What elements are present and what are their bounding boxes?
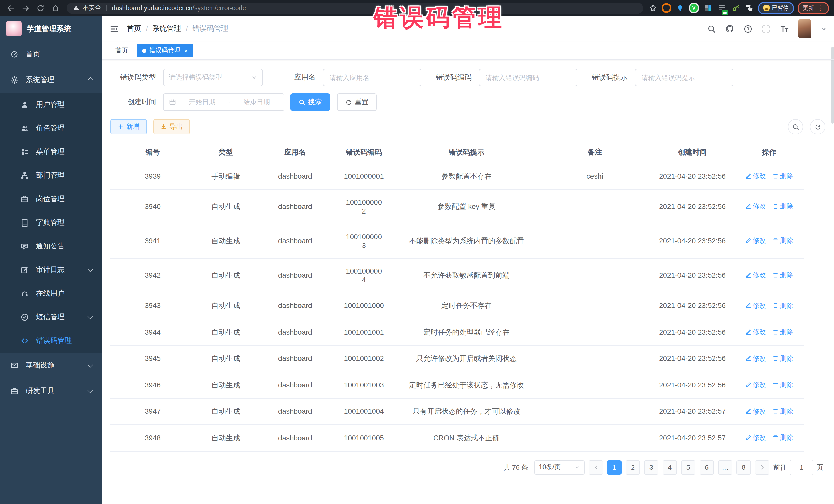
- error-hint-input[interactable]: [635, 69, 733, 86]
- delete-link[interactable]: 删除: [772, 301, 793, 310]
- page-button-6[interactable]: 6: [700, 460, 714, 475]
- browser-back-icon[interactable]: [5, 2, 17, 14]
- edit-link[interactable]: 修改: [745, 301, 766, 310]
- sidebar-item-user[interactable]: 用户管理: [0, 93, 102, 116]
- sidebar-item-infrastructure[interactable]: 基础设施: [0, 353, 102, 378]
- breadcrumb-system[interactable]: 系统管理: [152, 24, 181, 34]
- edit-link[interactable]: 修改: [745, 202, 766, 211]
- page-button-3[interactable]: 3: [644, 460, 658, 475]
- header-search-icon[interactable]: [707, 24, 716, 33]
- edit-link[interactable]: 修改: [745, 433, 766, 442]
- edit-link[interactable]: 修改: [745, 354, 766, 363]
- cell-memo: [539, 425, 651, 451]
- page-button-2[interactable]: 2: [626, 460, 640, 475]
- cell-type: 自动生成: [195, 292, 257, 319]
- scrollbar[interactable]: [831, 16, 834, 504]
- delete-link[interactable]: 删除: [772, 202, 793, 211]
- extension-grid-icon[interactable]: [703, 3, 713, 13]
- edit-link[interactable]: 修改: [745, 171, 766, 180]
- delete-link[interactable]: 删除: [772, 407, 793, 415]
- address-bar[interactable]: 不安全 dashboard.yudao.iocoder.cn/system/er…: [67, 2, 643, 14]
- sidebar-item-dev-tools[interactable]: 研发工具: [0, 378, 102, 404]
- sidebar-item-error-code[interactable]: 错误码管理: [0, 329, 102, 353]
- browser-reload-icon[interactable]: [35, 2, 46, 14]
- browser-update-chip[interactable]: 更新⋮: [797, 2, 829, 14]
- cell-time: 2021-04-20 23:52:56: [651, 372, 734, 398]
- bookmark-star-icon[interactable]: [649, 4, 657, 12]
- edit-link[interactable]: 修改: [745, 380, 766, 389]
- delete-link[interactable]: 删除: [772, 354, 793, 363]
- close-icon[interactable]: ×: [184, 47, 188, 54]
- profile-paused-chip[interactable]: 已暂停: [758, 2, 794, 14]
- sidebar-item-dictionary[interactable]: 字典管理: [0, 211, 102, 235]
- delete-link[interactable]: 删除: [772, 433, 793, 442]
- fullscreen-icon[interactable]: [762, 24, 770, 33]
- hamburger-icon[interactable]: [110, 24, 118, 33]
- goto-page-input[interactable]: [790, 460, 813, 475]
- next-page-button[interactable]: [755, 460, 769, 475]
- sidebar-item-dashboard[interactable]: 首页: [0, 42, 102, 67]
- delete-link[interactable]: 删除: [772, 380, 793, 389]
- tab-home[interactable]: 首页: [110, 44, 133, 58]
- page-size-select[interactable]: 10条/页: [534, 460, 585, 475]
- sidebar-item-roles[interactable]: 角色管理: [0, 116, 102, 140]
- edit-link[interactable]: 修改: [745, 407, 766, 415]
- more-pages-button[interactable]: …: [718, 460, 732, 475]
- date-end-placeholder[interactable]: 结束日期: [235, 97, 279, 107]
- extension-green-icon[interactable]: V: [689, 3, 699, 13]
- chevron-down-icon[interactable]: [821, 26, 827, 32]
- github-icon[interactable]: [725, 24, 734, 34]
- delete-link[interactable]: 删除: [772, 236, 793, 245]
- edit-link[interactable]: 修改: [745, 271, 766, 280]
- user-icon: [21, 101, 29, 109]
- help-icon[interactable]: [744, 24, 752, 33]
- extension-orange-icon[interactable]: [661, 3, 671, 13]
- breadcrumb-home[interactable]: 首页: [127, 24, 141, 34]
- edit-link[interactable]: 修改: [745, 327, 766, 336]
- page-button-4[interactable]: 4: [663, 460, 677, 475]
- sidebar-item-announcement[interactable]: 通知公告: [0, 235, 102, 258]
- browser-home-icon[interactable]: [50, 2, 61, 14]
- page-button-8[interactable]: 8: [737, 460, 751, 475]
- page-button-5[interactable]: 5: [681, 460, 696, 475]
- export-button[interactable]: 导出: [153, 119, 190, 134]
- cell-id: 3939: [110, 163, 195, 190]
- show-search-toggle-button[interactable]: [788, 119, 803, 134]
- delete-link[interactable]: 删除: [772, 171, 793, 180]
- sidebar-item-online-users[interactable]: 在线用户: [0, 282, 102, 305]
- delete-link[interactable]: 删除: [772, 327, 793, 336]
- user-avatar[interactable]: [798, 19, 811, 39]
- reset-button[interactable]: 重置: [337, 93, 377, 111]
- app-name-input[interactable]: [323, 69, 421, 86]
- extension-list-icon[interactable]: on: [717, 3, 727, 13]
- date-range-picker[interactable]: 开始日期 - 结束日期: [163, 93, 284, 111]
- delete-link[interactable]: 删除: [772, 271, 793, 280]
- app-logo[interactable]: 芋道管理系统: [0, 16, 102, 42]
- watermark-overlay-text: 错误码管理: [374, 2, 505, 34]
- error-code-input[interactable]: [479, 69, 577, 86]
- add-button[interactable]: 新增: [110, 119, 147, 134]
- error-type-select[interactable]: 请选择错误码类型: [163, 69, 263, 86]
- sidebar-item-menu-list[interactable]: 菜单管理: [0, 140, 102, 164]
- sidebar-item-audit-log[interactable]: 审计日志: [0, 258, 102, 282]
- extension-gem-icon[interactable]: [675, 3, 685, 13]
- browser-forward-icon[interactable]: [20, 2, 31, 14]
- date-start-placeholder[interactable]: 开始日期: [180, 97, 224, 107]
- url-text[interactable]: dashboard.yudao.iocoder.cn/system/error-…: [112, 4, 246, 12]
- extensions-puzzle-icon[interactable]: [744, 3, 754, 13]
- extension-key-icon[interactable]: [730, 3, 741, 13]
- tab-error-code[interactable]: 错误码管理×: [136, 44, 194, 58]
- security-label[interactable]: 不安全: [83, 4, 101, 12]
- cell-time: 2021-04-20 23:52:57: [651, 425, 734, 451]
- page-button-1[interactable]: 1: [607, 460, 621, 475]
- prev-page-button[interactable]: [589, 460, 603, 475]
- search-button[interactable]: 搜索: [290, 93, 330, 111]
- edit-link[interactable]: 修改: [745, 236, 766, 245]
- sidebar-item-gear[interactable]: 系统管理: [0, 67, 102, 93]
- font-size-icon[interactable]: [780, 24, 789, 34]
- sidebar-item-post[interactable]: 岗位管理: [0, 187, 102, 211]
- sidebar-item-sms[interactable]: 短信管理: [0, 305, 102, 329]
- sidebar-item-org-tree[interactable]: 部门管理: [0, 164, 102, 187]
- refresh-table-button[interactable]: [810, 119, 825, 134]
- edit-icon: [745, 329, 751, 335]
